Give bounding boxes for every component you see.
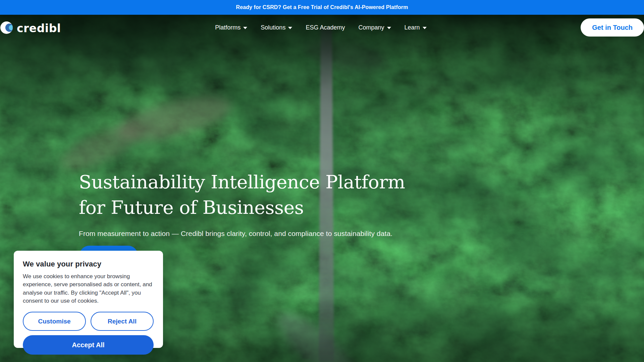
nav-item-label: Platforms [215,24,240,31]
nav-item-label: ESG Academy [306,24,345,31]
accept-all-button[interactable]: Accept All [23,335,154,355]
announcement-banner[interactable]: Ready for CSRD? Get a Free Trial of Cred… [0,0,644,15]
nav-item-label: Company [358,24,384,31]
nav-item-label: Learn [405,24,420,31]
cookie-consent-dialog: We value your privacy We use cookies to … [14,251,163,348]
get-in-touch-button[interactable]: Get in Touch [581,18,644,37]
reject-all-button[interactable]: Reject All [91,312,154,331]
hero-title-line2: for Future of Businesses [79,195,405,220]
cookie-dialog-body: We use cookies to enhance your browsing … [23,273,154,305]
announcement-text: Ready for CSRD? Get a Free Trial of Cred… [236,4,408,10]
chevron-down-icon [423,27,427,29]
customise-button[interactable]: Customise [23,312,86,331]
nav-item-learn[interactable]: Learn [405,24,427,31]
hero-title: Sustainability Intelligence Platform for… [79,169,405,220]
hero-subtitle: From measurement to action — Credibl bri… [79,230,405,238]
nav-item-platforms[interactable]: Platforms [215,24,247,31]
credibl-logo[interactable]: credibl [0,21,61,35]
cookie-button-row: Customise Reject All [23,312,154,331]
nav-item-label: Solutions [261,24,285,31]
logo-wordmark: credibl [17,21,61,34]
hero-copy: Sustainability Intelligence Platform for… [79,169,405,238]
chevron-down-icon [387,27,391,29]
nav-menu: Platforms Solutions ESG Academy Company … [215,24,426,31]
credibl-landing-page: Ready for CSRD? Get a Free Trial of Cred… [0,0,644,362]
credibl-logo-icon [0,21,14,35]
nav-item-esg-academy[interactable]: ESG Academy [306,24,345,31]
nav-item-company[interactable]: Company [358,24,391,31]
chevron-down-icon [288,27,292,29]
hero-title-line1: Sustainability Intelligence Platform [79,169,405,195]
chevron-down-icon [243,27,247,29]
nav-item-solutions[interactable]: Solutions [261,24,292,31]
main-navigation: credibl Platforms Solutions ESG Academy … [0,15,644,40]
cookie-dialog-title: We value your privacy [23,260,154,268]
